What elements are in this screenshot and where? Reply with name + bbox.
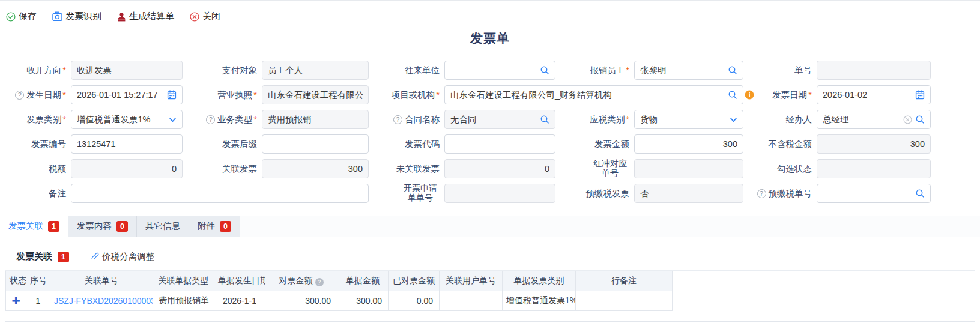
counterparty-field[interactable]: [444, 61, 555, 80]
row-seq-cell: 1: [26, 291, 50, 311]
check-status-field: [817, 159, 931, 178]
tax-category-select[interactable]: 货物: [634, 110, 743, 129]
row-line-remark-cell: [576, 291, 673, 311]
field-label-doc-no: 单号: [743, 61, 817, 80]
invoice-recognize-button[interactable]: 发票识别: [52, 11, 101, 22]
doc-no-link[interactable]: JSZJ-FYBXD20260100003: [54, 296, 153, 306]
prepaid-tax-no-field[interactable]: [817, 184, 931, 203]
close-circle-icon: [190, 12, 199, 22]
tab-invoice-content[interactable]: 发票内容 0: [68, 216, 137, 237]
search-icon[interactable]: [915, 115, 925, 124]
col-invoice-type: 单据发票类别: [503, 271, 576, 291]
help-icon: ?: [15, 91, 24, 100]
field-value: 13125471: [77, 139, 177, 149]
field-value: 300: [640, 139, 737, 149]
field-label-direction: 收开方向: [11, 61, 71, 80]
table-row: ✚ 1 JSZJ-FYBXD20260100003 费用预报销单 2026-1-…: [6, 291, 673, 311]
col-status: 状态: [6, 271, 26, 291]
chevron-down-icon[interactable]: [730, 116, 737, 124]
tab-label: 附件: [198, 220, 215, 232]
search-icon[interactable]: [540, 65, 549, 75]
field-label-remark: 备注: [11, 184, 71, 203]
field-label-occur-date: ? 发生日期: [11, 85, 71, 104]
tab-label: 发票关联: [8, 220, 43, 232]
search-icon[interactable]: [728, 65, 737, 75]
field-value: 货物: [640, 114, 727, 125]
invoice-category-select[interactable]: 增值税普通发票1%: [71, 110, 183, 129]
invoice-suffix-field[interactable]: [262, 134, 369, 154]
panel-header: 发票关联 1 价税分离调整: [5, 243, 975, 262]
invoice-code-field[interactable]: [444, 134, 555, 154]
field-value: 2026-01-01 15:27:17: [77, 90, 164, 100]
billing-apply-no-field: [444, 184, 555, 203]
col-matched-amount: 对票金额?: [265, 271, 337, 291]
camera-icon: [52, 11, 62, 22]
field-value: 收进发票: [77, 65, 177, 76]
field-label-counterparty: 往来单位: [369, 61, 444, 80]
field-value: 山东金石建设工程有限公司_财务结算机构: [450, 89, 725, 101]
help-icon: ?: [315, 278, 324, 286]
price-tax-separation-adjust-label: 价税分离调整: [102, 251, 154, 262]
calendar-icon[interactable]: [167, 90, 177, 100]
amount-excl-tax-field: 300: [817, 134, 931, 154]
search-icon[interactable]: [915, 189, 925, 198]
field-label-invoice-category: 发票类别: [11, 110, 71, 129]
col-billed-amount: 已对票金额: [389, 271, 440, 291]
field-label-reimburse-employee: 报销员工: [555, 61, 634, 80]
field-value: 总经理: [823, 114, 900, 125]
field-label-prepaid-tax-invoice: 预缴税发票: [555, 184, 634, 203]
toolbar: 保存 发票识别 生成结算单 关闭: [0, 1, 980, 23]
business-license-field: 山东金石建设工程有限公司: [262, 85, 369, 104]
field-value: 员工个人: [268, 65, 363, 76]
invoice-no-field[interactable]: 13125471: [71, 134, 183, 154]
generate-settlement-button[interactable]: 生成结算单: [117, 11, 174, 22]
stamp-icon: [117, 12, 126, 22]
chevron-down-icon[interactable]: [169, 116, 177, 124]
field-label-project-org: 项目或机构: [369, 85, 444, 104]
page-title: 发票单: [0, 30, 980, 47]
close-button[interactable]: 关闭: [190, 11, 220, 22]
field-label-prepaid-tax-no: ? 预缴税单号: [743, 184, 817, 203]
count-badge: 0: [116, 221, 128, 232]
save-button[interactable]: 保存: [6, 11, 37, 22]
field-value: 无合同: [450, 114, 537, 125]
row-user-doc-no-cell: [440, 291, 503, 311]
field-label-linked-invoice: 关联发票: [183, 159, 262, 178]
search-icon[interactable]: [540, 115, 549, 124]
reimburse-employee-field[interactable]: 张黎明: [634, 61, 743, 80]
relation-table-zone: 状态 序号 关联单号 关联单据类型 单据发生日期 对票金额? 单据金额 已对票金…: [5, 270, 975, 311]
tab-invoice-relation[interactable]: 发票关联 1: [0, 216, 68, 237]
help-icon: ?: [206, 115, 215, 124]
tab-attachment[interactable]: 附件 0: [189, 216, 240, 237]
plus-icon[interactable]: ✚: [11, 295, 20, 307]
occur-date-field[interactable]: 2026-01-01 15:27:17: [71, 85, 183, 104]
row-status-cell: ✚: [6, 291, 26, 311]
remark-field[interactable]: [71, 184, 369, 203]
search-icon[interactable]: [728, 90, 737, 100]
field-label-invoice-date: 发票日期: [743, 85, 817, 104]
tab-other-info[interactable]: 其它信息: [137, 216, 189, 237]
help-icon: ?: [393, 115, 402, 124]
col-user-doc-no: 关联用户单号: [440, 271, 503, 291]
field-label-invoice-suffix: 发票后缀: [183, 134, 262, 154]
linked-invoice-field: 300: [262, 159, 369, 178]
col-line-remark: 行备注: [576, 271, 673, 291]
field-label-invoice-amount: 发票金额: [555, 134, 634, 154]
info-icon[interactable]: [745, 90, 754, 100]
col-doc-date: 单据发生日期: [214, 271, 265, 291]
field-label-pay-target: 支付对象: [183, 61, 262, 80]
field-value: 山东金石建设工程有限公司: [268, 89, 363, 101]
field-label-tax-amount: 税额: [11, 159, 71, 178]
count-badge: 0: [220, 221, 231, 232]
clear-icon[interactable]: [903, 115, 912, 124]
price-tax-separation-adjust-link[interactable]: 价税分离调整: [91, 251, 154, 262]
invoice-amount-field[interactable]: 300: [634, 134, 743, 154]
calendar-icon[interactable]: [915, 90, 925, 100]
row-doc-type-cell: 费用预报销单: [153, 291, 214, 311]
handler-field[interactable]: 总经理: [817, 110, 931, 129]
field-label-check-status: 勾选状态: [743, 159, 817, 178]
project-org-field[interactable]: 山东金石建设工程有限公司_财务结算机构: [444, 85, 743, 104]
invoice-date-field[interactable]: 2026-01-02: [817, 85, 931, 104]
check-circle-icon: [6, 12, 16, 22]
tab-bar: 发票关联 1 发票内容 0 其它信息 附件 0: [0, 216, 980, 237]
